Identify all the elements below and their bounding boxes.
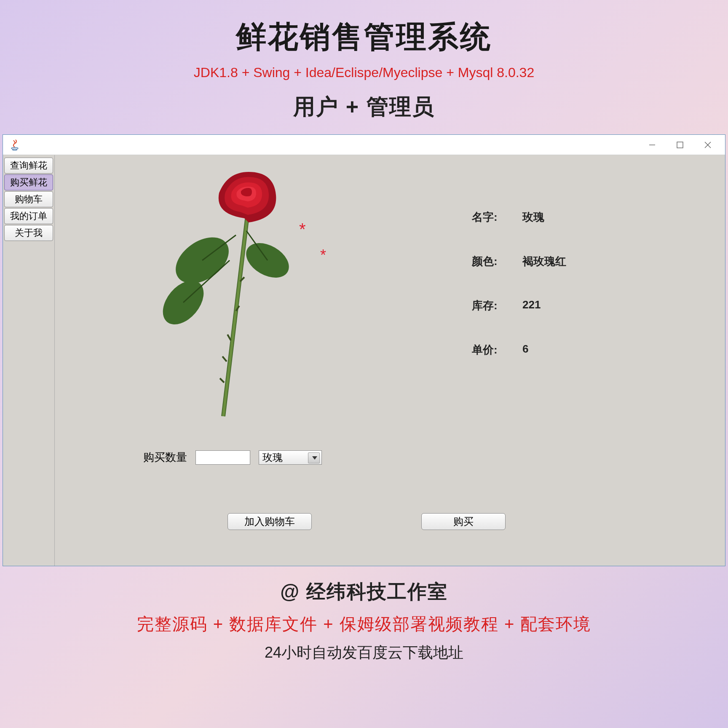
studio-name: @ 经纬科技工作室 [137,579,592,605]
maximize-button[interactable] [666,136,694,154]
price-label: 单价: [472,343,514,357]
sidebar: 查询鲜花 购买鲜花 购物车 我的订单 关于我 [3,155,55,566]
add-to-cart-button[interactable]: 加入购物车 [228,513,312,530]
name-value: 玫瑰 [522,210,544,225]
close-button[interactable] [694,136,722,154]
package-includes: 完整源码 + 数据库文件 + 保姆级部署视频教程 + 配套环境 [137,613,592,636]
buy-button[interactable]: 购买 [421,513,506,530]
svg-text:*: * [299,220,306,238]
qty-label: 购买数量 [143,450,187,465]
details-panel: 名字:玫瑰 颜色:褐玫瑰红 库存:221 单价:6 [472,210,566,387]
qty-input[interactable] [195,450,250,465]
title-bar [3,135,725,155]
flower-select[interactable]: 玫瑰 [259,450,322,465]
chevron-down-icon [312,456,317,460]
color-label: 颜色: [472,254,514,269]
rose-image: * * [118,163,337,425]
roles-label: 用户 + 管理员 [293,92,434,122]
flower-select-value: 玫瑰 [262,451,283,464]
delivery-info: 24小时自动发百度云下载地址 [137,642,592,663]
color-value: 褐玫瑰红 [522,254,566,269]
tech-stack: JDK1.8 + Swing + Idea/Eclispe/Myeclipse … [194,65,534,80]
sidebar-item-query[interactable]: 查询鲜花 [4,158,53,174]
svg-text:*: * [320,246,326,264]
sidebar-item-about[interactable]: 关于我 [4,225,53,241]
price-value: 6 [522,343,528,357]
stock-value: 221 [522,298,541,313]
sidebar-item-orders[interactable]: 我的订单 [4,208,53,224]
content-pane: * * 名字:玫瑰 颜色:褐玫瑰红 库存:221 单价:6 购买数量 玫瑰 加入… [55,155,725,566]
minimize-button[interactable] [638,136,666,154]
stock-label: 库存: [472,298,514,313]
svg-rect-3 [677,142,683,148]
name-label: 名字: [472,210,514,225]
java-icon [9,139,21,151]
sidebar-item-buy[interactable]: 购买鲜花 [4,174,53,190]
app-window: 查询鲜花 购买鲜花 购物车 我的订单 关于我 [3,134,725,566]
page-title: 鲜花销售管理系统 [236,17,492,57]
sidebar-item-cart[interactable]: 购物车 [4,191,53,207]
svg-point-1 [13,149,17,150]
svg-point-0 [11,147,18,149]
